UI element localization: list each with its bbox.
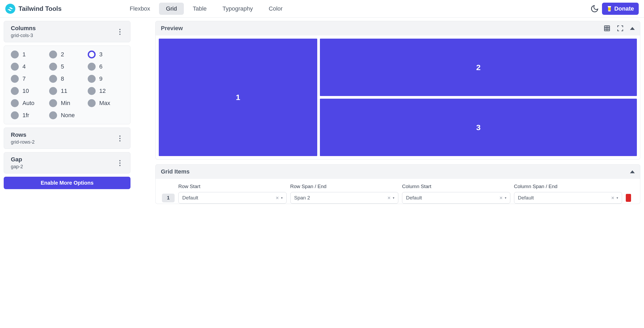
radio-col-5[interactable]: 5: [49, 63, 85, 71]
gap-subtitle: gap-2: [11, 164, 23, 170]
grid-item-number: 1: [162, 194, 175, 202]
radio-col-min[interactable]: Min: [49, 99, 85, 107]
collapse-icon[interactable]: [630, 170, 635, 173]
select-col-span[interactable]: Default ✕▾: [514, 192, 622, 204]
select-value: Default: [518, 195, 534, 201]
columns-more-icon[interactable]: ⋮: [116, 28, 123, 35]
tailwind-logo-icon: [7, 6, 13, 12]
radio-col-6[interactable]: 6: [88, 63, 123, 71]
radio-col-max[interactable]: Max: [88, 99, 123, 107]
clear-icon[interactable]: ✕: [387, 195, 391, 201]
select-value: Span 2: [294, 195, 310, 201]
preview-header: Preview: [156, 21, 640, 35]
radio-circle-icon: [88, 87, 96, 95]
main-layout: Columns grid-cols-3 ⋮ 1 2 3 4 5 6 7 8 9 …: [0, 18, 644, 207]
radio-label: 2: [61, 51, 64, 58]
radio-col-1[interactable]: 1: [11, 51, 46, 58]
app-logo: [5, 4, 15, 14]
enable-more-button[interactable]: Enable More Options: [4, 177, 130, 189]
select-row-span[interactable]: Span 2 ✕▾: [290, 192, 399, 204]
rows-more-icon[interactable]: ⋮: [116, 135, 123, 142]
clear-icon[interactable]: ✕: [611, 195, 614, 201]
rows-title: Rows: [11, 131, 35, 138]
dark-mode-icon[interactable]: [590, 4, 599, 13]
preview-panel: Preview 1 2 3: [155, 21, 640, 160]
radio-col-11[interactable]: 11: [49, 87, 85, 95]
radio-label: 1fr: [22, 112, 29, 119]
donate-button[interactable]: Donate: [602, 3, 639, 15]
svg-rect-1: [604, 26, 610, 31]
radio-label: 11: [61, 88, 67, 94]
chevron-down-icon: ▾: [505, 196, 506, 200]
rows-subtitle: grid-rows-2: [11, 139, 35, 145]
collapse-icon[interactable]: [630, 27, 635, 30]
sidebar: Columns grid-cols-3 ⋮ 1 2 3 4 5 6 7 8 9 …: [4, 21, 130, 204]
donate-label: Donate: [614, 5, 634, 12]
radio-circle-icon: [11, 75, 19, 83]
radio-col-3[interactable]: 3: [88, 51, 123, 58]
radio-col-7[interactable]: 7: [11, 75, 46, 83]
rows-card[interactable]: Rows grid-rows-2 ⋮: [4, 127, 130, 149]
fullscreen-icon[interactable]: [617, 25, 624, 32]
delete-row-button[interactable]: [626, 194, 631, 202]
grid-items-column-headers: Row Start Row Span / End Column Start Co…: [162, 184, 634, 189]
col-label-col-start: Column Start: [402, 184, 510, 189]
radio-label: Auto: [22, 100, 34, 107]
grid-items-header: Grid Items: [156, 165, 640, 179]
main-content: Preview 1 2 3 Grid Items: [155, 21, 640, 204]
radio-circle-icon: [49, 111, 57, 119]
select-value: Default: [406, 195, 422, 201]
radio-col-12[interactable]: 12: [88, 87, 123, 95]
preview-title: Preview: [161, 25, 183, 32]
clear-icon[interactable]: ✕: [499, 195, 503, 201]
radio-col-8[interactable]: 8: [49, 75, 85, 83]
radio-col-4[interactable]: 4: [11, 63, 46, 71]
col-label-col-span: Column Span / End: [514, 184, 622, 189]
grid-items-body: Row Start Row Span / End Column Start Co…: [156, 179, 640, 204]
radio-col-2[interactable]: 2: [49, 51, 85, 58]
radio-circle-icon: [11, 87, 19, 95]
radio-col-9[interactable]: 9: [88, 75, 123, 83]
nav-color[interactable]: Color: [262, 3, 290, 15]
columns-subtitle: grid-cols-3: [11, 33, 36, 38]
radio-circle-icon: [88, 51, 96, 58]
radio-col-1fr[interactable]: 1fr: [11, 111, 46, 119]
preview-actions: [604, 25, 635, 32]
gap-header: Gap gap-2 ⋮: [4, 152, 130, 173]
chevron-down-icon: ▾: [393, 196, 394, 200]
grid-items-actions: [630, 170, 635, 173]
radio-label: 10: [22, 88, 29, 94]
preview-grid: 1 2 3: [159, 39, 637, 156]
radio-col-10[interactable]: 10: [11, 87, 46, 95]
select-row-start[interactable]: Default ✕▾: [178, 192, 287, 204]
radio-circle-icon: [49, 75, 57, 83]
radio-label: None: [61, 112, 75, 119]
nav-flexbox[interactable]: Flexbox: [123, 3, 157, 15]
gap-card[interactable]: Gap gap-2 ⋮: [4, 152, 130, 174]
select-value: Default: [182, 195, 198, 201]
nav-grid[interactable]: Grid: [159, 3, 184, 15]
col-label-row-start: Row Start: [178, 184, 287, 189]
columns-title: Columns: [11, 25, 36, 32]
gap-more-icon[interactable]: ⋮: [116, 160, 123, 166]
grid-item-row: 1 Default ✕▾ Span 2 ✕▾ Default ✕▾ Defau: [162, 192, 634, 204]
radio-circle-icon: [49, 63, 57, 71]
radio-label: 5: [61, 63, 64, 70]
radio-label: 7: [22, 75, 26, 82]
nav-typography[interactable]: Typography: [216, 3, 260, 15]
rows-header: Rows grid-rows-2 ⋮: [4, 128, 130, 149]
columns-header: Columns grid-cols-3 ⋮: [4, 21, 130, 42]
app-title: Tailwind Tools: [18, 5, 62, 12]
grid-icon[interactable]: [604, 25, 610, 32]
header-right: Donate: [590, 3, 639, 15]
clear-icon[interactable]: ✕: [276, 195, 279, 201]
nav-table[interactable]: Table: [186, 3, 214, 15]
radio-col-none[interactable]: None: [49, 111, 85, 119]
gap-title: Gap: [11, 156, 23, 163]
radio-col-auto[interactable]: Auto: [11, 99, 46, 107]
radio-circle-icon: [11, 51, 19, 58]
select-col-start[interactable]: Default ✕▾: [402, 192, 510, 204]
app-header: Tailwind Tools Flexbox Grid Table Typogr…: [0, 0, 644, 18]
grid-items-panel: Grid Items Row Start Row Span / End Colu…: [155, 164, 640, 204]
radio-label: Min: [61, 100, 70, 107]
